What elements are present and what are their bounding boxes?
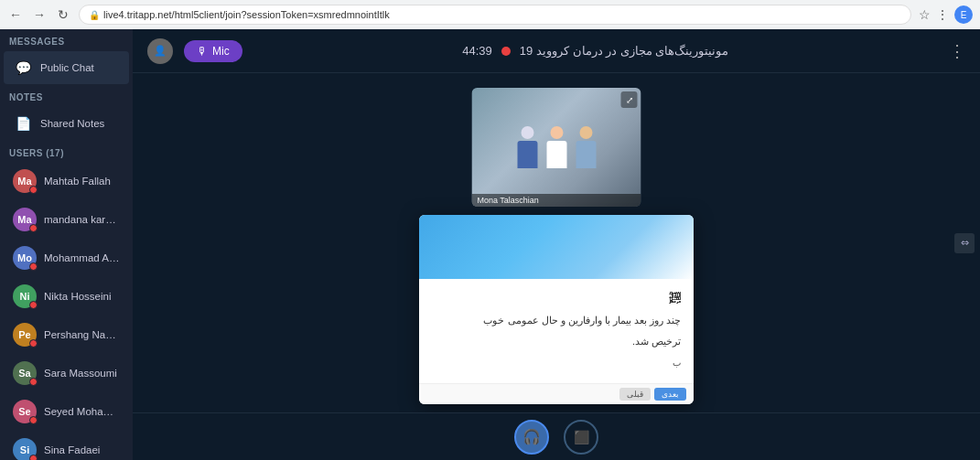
avatar: Sa [13, 361, 37, 385]
avatar: Mo [13, 246, 37, 270]
notes-section-label: NOTES [0, 85, 133, 106]
list-item[interactable]: Ni Nikta Hosseini [4, 278, 129, 315]
user-name: Mahtab Fallah [44, 176, 111, 187]
slide-next-button[interactable]: بعدی [654, 388, 686, 401]
sidebar: MESSAGES 💬 Public Chat NOTES 📄 Shared No… [0, 29, 133, 460]
list-item[interactable]: Ma Mahtab Fallah [4, 163, 129, 199]
slide-body: ﷽ چند روز بعد بیمار با وارفارین و حال عم… [419, 279, 694, 383]
video-inner: ⤢ Mona Talaschian [472, 88, 641, 207]
headphone-icon: 🎧 [522, 428, 541, 445]
users-section-label: USERS (17) [0, 141, 133, 162]
screen-share-button[interactable]: ⬛ [564, 420, 598, 455]
mic-icon: 🎙 [197, 45, 208, 58]
list-item[interactable]: Pe Pershang Nazemi [4, 316, 129, 353]
person-figure [517, 126, 537, 168]
avatar: Ma [13, 169, 37, 193]
lock-icon: 🔒 [89, 10, 100, 20]
mic-button[interactable]: 🎙 Mic [184, 40, 242, 62]
content-area: ⤢ Mona Talaschian ﷽ چند روز بعد بیمار با… [133, 73, 980, 412]
video-thumbnail: ⤢ Mona Talaschian [472, 88, 641, 207]
notes-icon: 📄 [13, 113, 33, 134]
person-figure [546, 126, 566, 168]
browser-avatar-button[interactable]: E [954, 5, 973, 24]
user-name: mandana karami [44, 214, 120, 225]
app: MESSAGES 💬 Public Chat NOTES 📄 Shared No… [0, 29, 980, 460]
sidebar-item-shared-notes[interactable]: 📄 Shared Notes [4, 107, 129, 140]
user-name: Sina Fadaei [44, 444, 100, 455]
avatar: Se [13, 400, 37, 423]
user-name: Nikta Hosseini [44, 291, 112, 302]
video-expand-button[interactable]: ⤢ [621, 91, 638, 108]
status-dot [29, 416, 38, 424]
status-dot [29, 224, 38, 232]
back-button[interactable]: ← [7, 6, 24, 23]
status-dot [29, 262, 38, 271]
slide-prev-button[interactable]: قبلی [619, 388, 651, 401]
recording-dot [501, 47, 511, 56]
status-dot [29, 186, 38, 194]
headphone-button[interactable]: 🎧 [514, 420, 549, 455]
screen-share-icon: ⬛ [574, 430, 589, 444]
shared-notes-label: Shared Notes [40, 118, 104, 129]
user-name: Seyed Mohamad M... [44, 406, 120, 417]
slide-header [419, 215, 694, 279]
main-content: 👤 🎙 Mic مونیتورینگ‌های مجازی در درمان کر… [133, 29, 980, 460]
public-chat-label: Public Chat [40, 62, 94, 73]
browser-bar: ← → ↻ 🔒 live4.tritapp.net/html5client/jo… [0, 0, 980, 29]
star-button[interactable]: ☆ [919, 7, 931, 22]
avatar: Ni [13, 284, 37, 308]
slide-line1: چند روز بعد بیمار با وارفارین و حال عموم… [432, 312, 681, 329]
kebab-menu-button[interactable]: ⋮ [949, 41, 965, 61]
expand-right-button[interactable]: ⇔ [954, 233, 975, 253]
slide-container: ﷽ چند روز بعد بیمار با وارفارین و حال عم… [419, 215, 694, 404]
slide-footer: قبلی بعدی [419, 383, 694, 404]
header-center: مونیتورینگ‌های مجازی در درمان کرووید 19 … [462, 44, 728, 58]
status-dot [29, 301, 38, 309]
main-header: 👤 🎙 Mic مونیتورینگ‌های مجازی در درمان کر… [133, 29, 980, 73]
avatar: Pe [13, 323, 37, 347]
refresh-button[interactable]: ↻ [55, 6, 71, 23]
user-icon: 👤 [154, 45, 167, 57]
avatar: Ma [13, 208, 37, 231]
messages-section-label: MESSAGES [0, 29, 133, 50]
slide-small: ب [432, 355, 681, 370]
header-right: ⋮ [949, 41, 965, 61]
user-name: Sara Massoumi [44, 368, 117, 379]
status-dot [29, 378, 38, 386]
forward-button[interactable]: → [31, 6, 48, 23]
list-item[interactable]: Se Seyed Mohamad M... [4, 393, 129, 430]
video-name-tag: Mona Talaschian [472, 194, 641, 207]
mic-label: Mic [212, 45, 230, 58]
list-item[interactable]: Si Sina Fadaei [4, 432, 129, 460]
user-avatar-header: 👤 [147, 38, 173, 64]
browser-actions: ☆ ⋮ E [919, 5, 973, 24]
url-bar[interactable]: 🔒 live4.tritapp.net/html5client/join?ses… [79, 5, 911, 25]
chat-icon: 💬 [13, 58, 33, 78]
person-figure [576, 126, 596, 168]
status-dot [29, 339, 38, 348]
slide-line2: ترخیص شد. [432, 333, 681, 350]
video-silhouettes [517, 126, 596, 168]
list-item[interactable]: Sa Sara Massoumi [4, 355, 129, 391]
list-item[interactable]: Mo Mohammad Amin ... [4, 240, 129, 276]
sidebar-item-public-chat[interactable]: 💬 Public Chat [4, 51, 129, 84]
bottom-bar: 🎧 ⬛ [133, 412, 980, 460]
header-left: 👤 🎙 Mic [147, 38, 242, 64]
session-title: مونیتورینگ‌های مجازی در درمان کرووید 19 [520, 44, 729, 58]
user-name: Mohammad Amin ... [44, 252, 120, 263]
url-text: live4.tritapp.net/html5client/join?sessi… [103, 9, 390, 20]
avatar: Si [13, 438, 37, 460]
list-item[interactable]: Ma mandana karami [4, 201, 129, 238]
status-dot [29, 455, 38, 460]
slide-arabic: ﷽ [432, 288, 681, 308]
browser-menu-button[interactable]: ⋮ [936, 7, 949, 22]
timer: 44:39 [462, 44, 492, 58]
user-name: Pershang Nazemi [44, 329, 120, 340]
